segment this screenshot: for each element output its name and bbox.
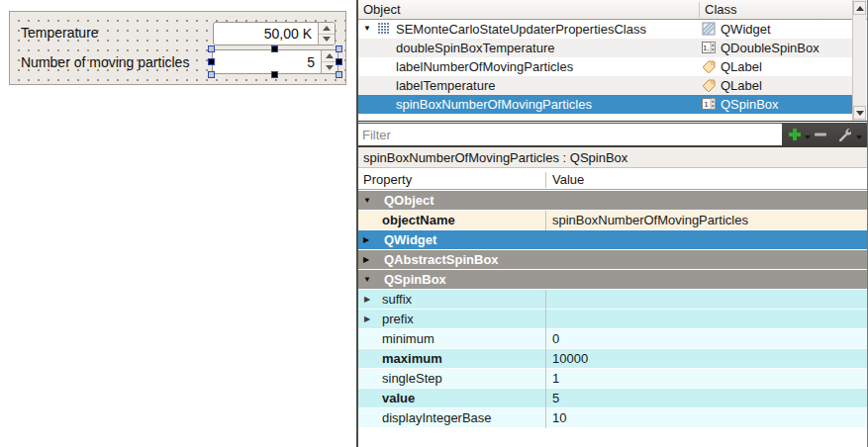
class-cell: QLabel — [700, 57, 852, 76]
object-inspector: Object Class ▼SEMonteCarloStateUpdaterPr… — [358, 0, 867, 122]
property-group-row[interactable]: ▶QWidget — [358, 230, 867, 250]
selection-handle-top-center[interactable] — [271, 45, 278, 52]
form-editor-panel: Temperature 50,00 K Number of moving par… — [0, 0, 356, 447]
widget-grid-icon — [378, 23, 390, 38]
property-name: minimum — [382, 331, 434, 346]
temperature-spinbox[interactable]: 50,00 K — [213, 22, 336, 45]
tree-row[interactable]: labelTemperatureQLabel — [358, 76, 852, 95]
property-row[interactable]: value5 — [358, 389, 867, 408]
selection-handle-top-left[interactable] — [208, 45, 215, 52]
label-temperature[interactable]: Temperature — [21, 25, 99, 41]
property-group-row[interactable]: ▶QAbstractSpinBox — [358, 250, 867, 270]
property-row[interactable]: objectNamespinBoxNumberOfMovingParticles — [358, 211, 867, 230]
class-column-header[interactable]: Class — [705, 2, 737, 17]
property-row[interactable]: maximum10000 — [358, 349, 867, 369]
selection-handle-mid-left[interactable] — [208, 58, 215, 65]
object-name: labelNumberOfMovingParticles — [396, 59, 573, 74]
qspinbox-icon: 1 — [702, 97, 716, 114]
filter-input[interactable] — [358, 124, 782, 145]
expand-arrow-icon[interactable]: ▶ — [364, 295, 370, 304]
class-cell: QLabel — [700, 76, 852, 95]
property-name: value — [382, 391, 415, 405]
property-row[interactable]: displayIntegerBase10 — [358, 408, 867, 428]
property-value-cell[interactable]: 0 — [546, 329, 867, 349]
property-column-header[interactable]: Property — [363, 172, 412, 187]
property-name-cell[interactable]: maximum — [358, 349, 546, 369]
minus-icon — [814, 128, 827, 141]
property-name: displayIntegerBase — [382, 410, 492, 425]
property-table-header[interactable]: Property Value — [358, 169, 867, 190]
property-name-cell[interactable]: ▶prefix — [358, 310, 546, 329]
property-value-cell[interactable]: spinBoxNumberOfMovingParticles — [546, 211, 867, 230]
property-row[interactable]: ▶suffix — [358, 290, 867, 310]
property-value-cell[interactable]: 10 — [546, 408, 867, 428]
property-name-cell[interactable]: displayIntegerBase — [358, 408, 546, 428]
value-column-header[interactable]: Value — [552, 172, 584, 187]
spin-up-button[interactable] — [319, 23, 335, 35]
property-name-cell[interactable]: ▶suffix — [358, 290, 546, 310]
group-name: QSpinBox — [384, 272, 446, 287]
property-name-cell[interactable]: value — [358, 389, 546, 408]
selection-handle-top-right[interactable] — [336, 45, 342, 52]
expand-arrow-icon[interactable]: ▶ — [364, 314, 370, 323]
property-group-row[interactable]: ▼QSpinBox — [358, 270, 867, 290]
class-cell: QWidget — [700, 20, 852, 39]
configure-property-editor-button[interactable] — [835, 126, 853, 143]
plus-icon — [788, 128, 802, 141]
particles-spinbox-value[interactable]: 5 — [213, 54, 321, 70]
property-name-cell[interactable]: minimum — [358, 329, 546, 349]
class-name: QLabel — [721, 59, 762, 74]
expander-icon[interactable]: ▼ — [363, 24, 371, 33]
scroll-up-button[interactable] — [853, 1, 866, 15]
spin-down-button[interactable] — [319, 35, 335, 45]
property-value-cell[interactable] — [546, 310, 867, 329]
property-value-cell[interactable]: 10000 — [546, 349, 867, 369]
tree-row[interactable]: ▼SEMonteCarloStateUpdaterPropertiesClass… — [358, 20, 852, 39]
selection-handle-bottom-left[interactable] — [208, 71, 215, 78]
property-value-cell[interactable]: 1 — [546, 369, 867, 389]
group-name: QAbstractSpinBox — [384, 252, 499, 267]
property-name-cell[interactable]: objectName — [358, 211, 546, 230]
object-column-header[interactable]: Object — [363, 2, 401, 17]
inspector-property-panel: Object Class ▼SEMonteCarloStateUpdaterPr… — [356, 0, 868, 447]
selection-handle-bottom-right[interactable] — [336, 71, 342, 78]
temperature-spinbox-value[interactable]: 50,00 K — [214, 26, 318, 42]
collapse-arrow-icon[interactable]: ▼ — [363, 196, 371, 205]
object-inspector-header[interactable]: Object Class — [358, 0, 867, 20]
tree-row[interactable]: labelNumberOfMovingParticlesQLabel — [358, 57, 852, 76]
qlabel-icon — [702, 59, 716, 76]
selection-handle-mid-right[interactable] — [336, 58, 342, 65]
property-value: 5 — [552, 391, 559, 405]
property-name-cell[interactable]: singleStep — [358, 369, 546, 389]
tree-scrollbar[interactable] — [852, 0, 866, 121]
property-value: 1 — [552, 371, 559, 386]
selection-handle-bottom-center[interactable] — [271, 71, 278, 78]
property-row[interactable]: minimum0 — [358, 329, 867, 349]
object-tree-body: ▼SEMonteCarloStateUpdaterPropertiesClass… — [358, 20, 852, 114]
tree-row[interactable]: spinBoxNumberOfMovingParticles1QSpinBox — [358, 95, 852, 114]
expand-arrow-icon[interactable]: ▶ — [363, 255, 369, 264]
label-number-of-moving-particles[interactable]: Number of moving particles — [21, 54, 189, 70]
object-name: spinBoxNumberOfMovingParticles — [396, 97, 592, 112]
property-row[interactable]: singleStep1 — [358, 369, 867, 389]
column-separator[interactable] — [699, 2, 700, 18]
property-row[interactable]: ▶prefix — [358, 310, 867, 329]
object-name: SEMonteCarloStateUpdaterPropertiesClass — [396, 22, 646, 37]
group-name: QObject — [384, 193, 434, 208]
tree-row[interactable]: doubleSpinBoxTemperature1,QDoubleSpinBox — [358, 39, 852, 57]
form-widget-canvas[interactable]: Temperature 50,00 K Number of moving par… — [9, 11, 346, 85]
arrow-down-icon — [323, 37, 331, 42]
expand-arrow-icon[interactable]: ▶ — [363, 235, 369, 244]
arrow-up-icon — [323, 26, 331, 31]
add-dynamic-property-button[interactable] — [786, 126, 804, 143]
column-separator[interactable] — [545, 172, 546, 188]
property-value-cell[interactable]: 5 — [546, 389, 867, 408]
remove-dynamic-property-button[interactable] — [812, 126, 829, 143]
property-group-row[interactable]: ▼QObject — [358, 191, 867, 211]
property-value: 10000 — [552, 351, 588, 366]
property-name: maximum — [382, 351, 442, 366]
scroll-down-button[interactable] — [853, 106, 866, 120]
group-name: QWidget — [384, 232, 436, 247]
collapse-arrow-icon[interactable]: ▼ — [363, 275, 371, 284]
property-value-cell[interactable] — [546, 290, 867, 310]
